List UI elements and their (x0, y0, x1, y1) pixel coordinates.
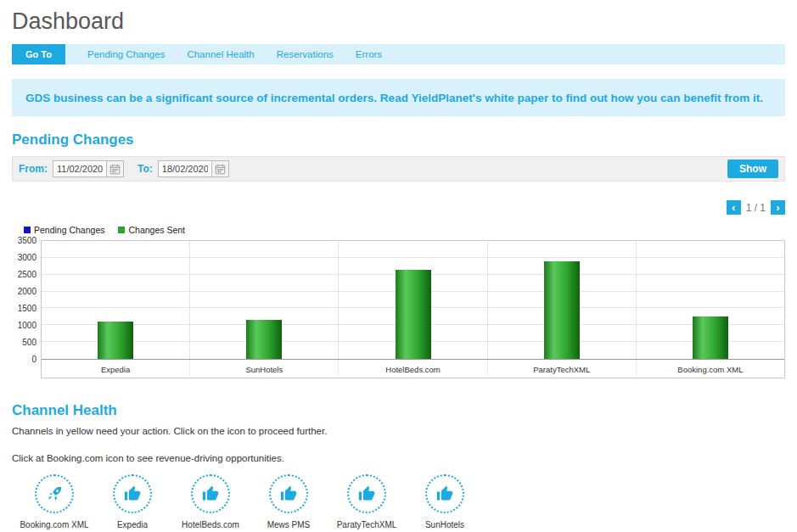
x-tick-label: SunHotels (190, 360, 339, 378)
legend-item-changes-sent: Changes Sent (118, 225, 185, 235)
channel-label: ParatyTechXML (337, 520, 397, 529)
bar-changes-sent (98, 322, 133, 359)
channel-hotelbeds-com: HotelBeds.com (178, 474, 243, 529)
y-tick-label: 500 (22, 338, 36, 347)
thumbs-up-icon (436, 485, 453, 502)
channel-sunhotels: SunHotels (413, 474, 477, 529)
banner-text: GDS business can be a significant source… (25, 92, 763, 104)
chart-column-expedia (42, 241, 190, 359)
legend-label: Changes Sent (128, 225, 185, 235)
bar-changes-sent (246, 320, 282, 359)
channel-label: SunHotels (425, 520, 464, 529)
y-tick-label: 3000 (18, 253, 36, 262)
nav-link-channel-health[interactable]: Channel Health (187, 49, 254, 59)
channel-label: HotelBeds.com (182, 520, 239, 529)
x-tick-label: Booking.com XML (637, 360, 784, 378)
y-tick-label: 1000 (18, 321, 36, 330)
from-label: From: (19, 163, 48, 175)
from-date-field (53, 160, 124, 177)
chart-column-sunhotels (190, 241, 339, 359)
x-tick-label: ParatyTechXML (488, 360, 637, 378)
to-date-field (158, 160, 229, 177)
bar-changes-sent (544, 261, 580, 359)
chart-legend: Pending ChangesChanges Sent (12, 225, 785, 235)
rocket-icon (46, 485, 63, 502)
nav-link-reservations[interactable]: Reservations (277, 49, 334, 59)
chart-column-hotelbeds-com (339, 241, 487, 359)
to-label: To: (138, 163, 153, 175)
chart-plot (42, 241, 784, 360)
gds-banner: GDS business can be a significant source… (12, 79, 785, 116)
channel-paratytechxml: ParatyTechXML (334, 474, 399, 529)
page-indicator: 1 / 1 (746, 202, 766, 214)
chart-y-axis: 0500100015002000250030003500 (12, 240, 41, 359)
prev-page-button[interactable]: ‹ (727, 200, 741, 215)
chart-column-paratytechxml (488, 241, 637, 359)
to-date-input[interactable] (159, 161, 211, 176)
legend-swatch-icon (24, 227, 31, 233)
thumbs-up-icon (358, 485, 375, 502)
legend-item-pending-changes: Pending Changes (24, 225, 104, 235)
channel-icon-button-sunhotels[interactable] (425, 474, 464, 513)
thumbs-up-icon (280, 485, 297, 502)
channel-label: Mews PMS (267, 520, 311, 529)
channel-icon-button-expedia[interactable] (113, 474, 152, 513)
thumbs-up-icon (124, 485, 141, 502)
date-filter-bar: From: To: (12, 156, 785, 182)
channel-label: Booking.com XML (20, 520, 88, 529)
channel-icon-button-booking-com-xml[interactable] (35, 474, 74, 513)
bar-changes-sent (396, 270, 431, 359)
dashboard-navbar: Go To Pending ChangesChannel HealthReser… (12, 44, 785, 64)
chart-x-axis: ExpediaSunHotelsHotelBeds.comParatyTechX… (42, 360, 784, 378)
legend-label: Pending Changes (34, 225, 104, 235)
page-title: Dashboard (12, 8, 785, 35)
from-date-input[interactable] (53, 161, 106, 176)
pending-changes-chart: 0500100015002000250030003500 ExpediaSunH… (12, 240, 785, 378)
show-button[interactable]: Show (727, 160, 778, 178)
channel-icon-button-paratytechxml[interactable] (347, 474, 386, 513)
dashboard-page: Dashboard Go To Pending ChangesChannel H… (0, 0, 797, 529)
next-page-button[interactable]: › (771, 200, 785, 215)
y-tick-label: 1500 (18, 304, 36, 313)
calendar-icon (215, 164, 226, 175)
legend-swatch-icon (118, 227, 125, 233)
x-tick-label: Expedia (42, 360, 190, 378)
from-calendar-button[interactable] (106, 161, 123, 176)
channel-health-subtitle: Channels in yellow need your action. Cli… (12, 426, 785, 436)
y-tick-label: 2500 (18, 270, 36, 279)
pending-changes-title: Pending Changes (12, 132, 785, 148)
channel-booking-com-xml: Booking.com XML (22, 474, 87, 529)
channel-icon-button-mews-pms[interactable] (269, 474, 308, 513)
channel-list: Booking.com XMLExpediaHotelBeds.comMews … (12, 474, 785, 529)
channel-expedia: Expedia (100, 474, 165, 529)
chart-column-booking-com-xml (637, 241, 784, 359)
channel-health-note: Click at Booking.com icon to see revenue… (12, 453, 785, 463)
bar-changes-sent (693, 316, 728, 359)
channel-label: Expedia (117, 520, 148, 529)
calendar-icon (109, 164, 121, 175)
thumbs-up-icon (202, 485, 219, 502)
channel-mews-pms: Mews PMS (256, 474, 321, 529)
to-calendar-button[interactable] (211, 161, 228, 176)
nav-link-errors[interactable]: Errors (356, 49, 382, 59)
y-tick-label: 3500 (18, 236, 36, 245)
go-to-button[interactable]: Go To (12, 44, 65, 64)
y-tick-label: 0 (31, 355, 36, 364)
channel-icon-button-hotelbeds-com[interactable] (191, 474, 230, 513)
chart-pager: ‹ 1 / 1 › (12, 200, 785, 215)
chart-plot-area: ExpediaSunHotelsHotelBeds.comParatyTechX… (41, 240, 785, 378)
y-tick-label: 2000 (18, 287, 36, 296)
nav-link-pending-changes[interactable]: Pending Changes (87, 49, 165, 59)
x-tick-label: HotelBeds.com (339, 360, 487, 378)
nav-links: Pending ChangesChannel HealthReservation… (65, 49, 382, 59)
channel-health-title: Channel Health (12, 402, 785, 419)
